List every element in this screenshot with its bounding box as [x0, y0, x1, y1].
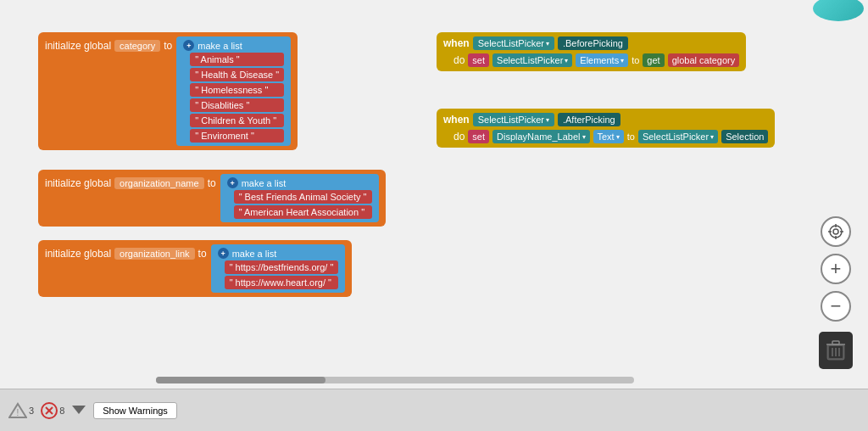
- orgname-var[interactable]: organization_name: [114, 177, 204, 189]
- horizontal-scrollbar[interactable]: [156, 377, 634, 385]
- warning-indicator: ! 3: [8, 402, 34, 419]
- bottom-toolbar: ! 3 8 Show Warnings: [0, 389, 868, 431]
- block-orgname-init: initialize global organization_name to +…: [38, 170, 386, 227]
- make-list-label-2: make a list: [242, 178, 287, 188]
- svg-text:!: !: [17, 408, 19, 417]
- to-label-before: to: [632, 55, 639, 65]
- when-before-do-row: do set SelectListPicker▾ Elements▾ to ge…: [443, 53, 739, 67]
- get-var-before[interactable]: global category: [668, 53, 740, 67]
- when-label-1: when: [443, 37, 470, 49]
- list-item-children[interactable]: " Children & Youth ": [190, 114, 284, 127]
- list-item-animals[interactable]: " Animals ": [190, 53, 284, 66]
- when-before-header: when SelectListPicker▾ .BeforePicking: [443, 36, 739, 50]
- error-circle-icon: [41, 402, 58, 419]
- svg-point-1: [833, 229, 838, 234]
- set-prop-text[interactable]: Text▾: [593, 130, 624, 143]
- error-indicator: 8: [41, 402, 64, 419]
- make-list-plus-icon[interactable]: +: [183, 40, 194, 51]
- make-list-plus-icon-2[interactable]: +: [227, 177, 238, 188]
- set-component-after[interactable]: DisplayName_Label▾: [492, 130, 589, 143]
- do-label-2: do: [453, 131, 465, 143]
- category-var[interactable]: category: [114, 40, 160, 52]
- category-items: " Animals " " Health & Disease " " Homel…: [190, 53, 284, 143]
- scrollbar-thumb[interactable]: [156, 377, 326, 383]
- list-item-health[interactable]: " Health & Disease ": [190, 68, 284, 81]
- warning-triangle-icon: !: [8, 402, 27, 419]
- svg-marker-18: [72, 406, 86, 414]
- set-prop-elements[interactable]: Elements▾: [576, 53, 628, 67]
- zoom-out-button[interactable]: −: [821, 291, 851, 322]
- make-list-label-3: make a list: [232, 249, 277, 259]
- picker-prop-after[interactable]: Selection: [721, 130, 768, 143]
- make-list-plus-icon-3[interactable]: +: [218, 248, 229, 259]
- to-label-2: to: [208, 177, 216, 189]
- orglink-var[interactable]: organization_link: [114, 248, 195, 260]
- svg-point-0: [830, 226, 842, 238]
- after-component[interactable]: SelectListPicker▾: [473, 113, 554, 126]
- when-after-do-row: do set DisplayName_Label▾ Text▾ to Selec…: [443, 130, 768, 143]
- list-item-url1[interactable]: " https://bestfriends.org/ ": [225, 260, 339, 274]
- orgname-items: " Best Friends Animal Society " " Americ…: [234, 190, 372, 219]
- when-after-picking: when SelectListPicker▾ .AfterPicking do …: [437, 109, 775, 148]
- list-item-url2[interactable]: " https://www.heart.org/ ": [225, 276, 339, 289]
- to-label-3: to: [198, 248, 207, 260]
- before-event[interactable]: .BeforePicking: [558, 36, 628, 50]
- list-item-disablities[interactable]: " Disablities ": [190, 98, 284, 112]
- target-button[interactable]: [821, 216, 851, 247]
- error-count: 8: [59, 406, 64, 416]
- block-orglink-init: initialize global organization_link to +…: [38, 240, 352, 297]
- orglink-items: " https://bestfriends.org/ " " https://w…: [225, 260, 339, 289]
- get-label-before[interactable]: get: [643, 53, 664, 67]
- set-label-1[interactable]: set: [468, 53, 489, 67]
- set-component-before[interactable]: SelectListPicker▾: [492, 53, 572, 67]
- to-label-after: to: [627, 132, 635, 142]
- right-controls: + −: [819, 216, 853, 369]
- init-label-1: initialize global: [45, 40, 111, 52]
- to-label-1: to: [164, 40, 172, 52]
- trash-button[interactable]: [819, 332, 853, 369]
- before-component[interactable]: SelectListPicker▾: [473, 36, 554, 50]
- list-item-aha[interactable]: " American Heart Association ": [234, 205, 372, 219]
- expand-icon[interactable]: [71, 404, 86, 417]
- picker-component-after[interactable]: SelectListPicker▾: [638, 130, 718, 143]
- when-label-2: when: [443, 114, 470, 126]
- list-item-bestfriends[interactable]: " Best Friends Animal Society ": [234, 190, 372, 204]
- do-label-1: do: [453, 54, 465, 66]
- when-before-picking: when SelectListPicker▾ .BeforePicking do…: [437, 32, 746, 71]
- zoom-in-button[interactable]: +: [821, 254, 851, 284]
- warning-count: 3: [29, 406, 34, 416]
- svg-rect-9: [832, 341, 839, 344]
- after-event[interactable]: .AfterPicking: [558, 113, 620, 126]
- list-item-homelessness[interactable]: " Homelessness ": [190, 83, 284, 97]
- show-warnings-button[interactable]: Show Warnings: [93, 402, 177, 419]
- block-category-init: initialize global category to + make a l…: [38, 32, 298, 150]
- top-right-decoration: [809, 0, 868, 30]
- init-label-2: initialize global: [45, 177, 111, 189]
- init-label-3: initialize global: [45, 248, 111, 260]
- canvas: initialize global category to + make a l…: [0, 0, 868, 431]
- set-label-2[interactable]: set: [468, 130, 489, 143]
- when-after-header: when SelectListPicker▾ .AfterPicking: [443, 113, 768, 126]
- list-item-enviroment[interactable]: " Enviroment ": [190, 129, 284, 143]
- make-list-label-1: make a list: [198, 41, 242, 51]
